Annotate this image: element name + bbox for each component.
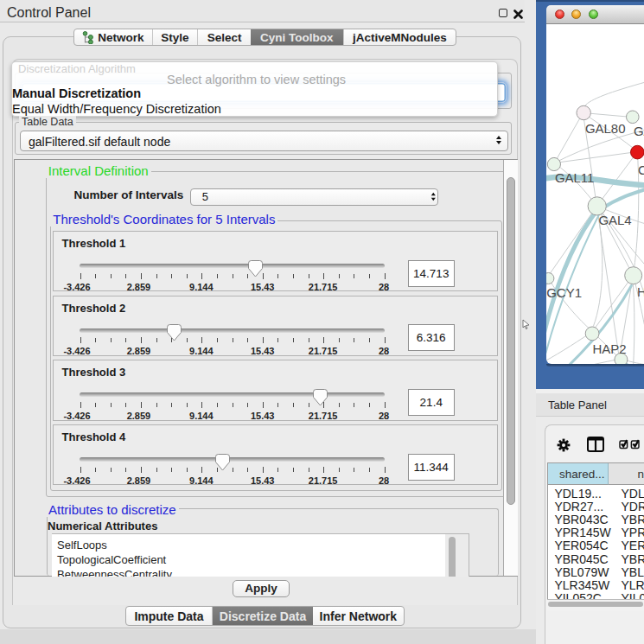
svg-text:GAL80: GAL80 (584, 121, 625, 136)
svg-text:GAL4: GAL4 (598, 213, 631, 227)
svg-text:C: C (637, 162, 643, 176)
svg-text:HAP2: HAP2 (592, 341, 626, 356)
svg-text:GAL11: GAL11 (554, 170, 594, 185)
svg-text:GA: GA (633, 124, 643, 138)
svg-text:H: H (636, 284, 643, 299)
svg-text:GCY1: GCY1 (546, 284, 582, 299)
